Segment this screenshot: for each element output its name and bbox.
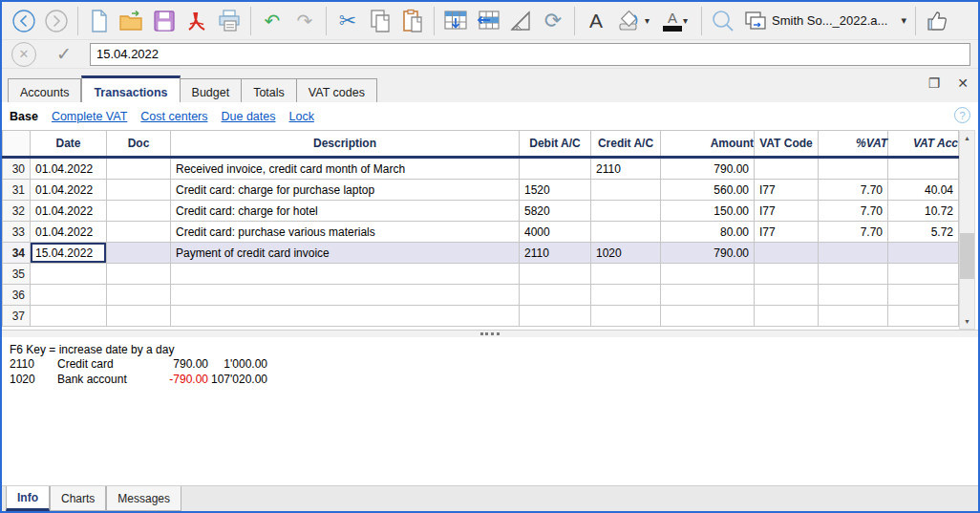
cell-vat_acc[interactable]: [888, 159, 959, 180]
cell-amount[interactable]: 560.00: [661, 180, 755, 201]
cell-vat_code[interactable]: [755, 243, 819, 264]
cell-pct_vat[interactable]: [819, 306, 888, 327]
cell-amount[interactable]: 790.00: [661, 159, 755, 180]
search-icon[interactable]: [707, 6, 739, 36]
cell-pct_vat[interactable]: [819, 285, 888, 306]
tab-accounts[interactable]: Accounts: [8, 78, 81, 102]
cell-pct_vat[interactable]: 7.70: [819, 201, 888, 222]
cell-debit[interactable]: [520, 159, 591, 180]
table-row[interactable]: 37: [2, 306, 959, 327]
file-switcher-dropdown[interactable]: Smith So..._2022.a... ▾: [739, 6, 910, 36]
back-icon[interactable]: [8, 6, 40, 36]
cell-amount[interactable]: 80.00: [661, 222, 755, 243]
column-header-description[interactable]: Description: [171, 131, 520, 156]
cell-credit[interactable]: [591, 306, 661, 327]
cell-debit[interactable]: [520, 285, 591, 306]
cut-icon[interactable]: ✂: [331, 6, 364, 36]
accept-entry-icon[interactable]: ✓: [50, 42, 78, 67]
cell-amount[interactable]: [661, 264, 755, 285]
forward-icon[interactable]: [40, 6, 73, 36]
cell-amount[interactable]: 790.00: [661, 243, 755, 264]
cell-date[interactable]: [31, 306, 107, 327]
font-color-icon[interactable]: A ▾: [654, 6, 696, 36]
cell-date[interactable]: 01.04.2022: [31, 201, 107, 222]
cell-vat_acc[interactable]: [888, 264, 959, 285]
cell-description[interactable]: [171, 264, 520, 285]
cell-credit[interactable]: [591, 180, 661, 201]
cell-debit[interactable]: [520, 264, 591, 285]
column-header-pct-vat[interactable]: %VAT: [819, 131, 888, 156]
table-row[interactable]: 3201.04.2022Credit card: charge for hote…: [2, 201, 959, 222]
dropdown-caret-icon[interactable]: ▾: [645, 15, 650, 26]
cell-pct_vat[interactable]: 7.70: [819, 180, 888, 201]
cell-amount[interactable]: [661, 285, 755, 306]
cell-date[interactable]: 15.04.2022: [31, 243, 107, 264]
cell-debit[interactable]: [520, 306, 591, 327]
column-header-credit[interactable]: Credit A/C: [591, 131, 661, 156]
cell-amount[interactable]: 150.00: [661, 201, 755, 222]
tab-info[interactable]: Info: [6, 486, 50, 511]
cell-vat_acc[interactable]: [888, 243, 959, 264]
table-row[interactable]: 36: [2, 285, 959, 306]
cell-vat_code[interactable]: [755, 285, 819, 306]
extract-rows-icon[interactable]: [472, 6, 504, 36]
font-icon[interactable]: A: [580, 6, 612, 36]
cell-doc[interactable]: [107, 264, 171, 285]
dropdown-caret-icon[interactable]: ▾: [683, 15, 688, 26]
copy-icon[interactable]: [364, 6, 396, 36]
help-icon[interactable]: ?: [954, 107, 970, 123]
cell-vat_code[interactable]: [755, 159, 819, 180]
cell-debit[interactable]: 4000: [520, 222, 591, 243]
tab-charts[interactable]: Charts: [50, 486, 106, 511]
cell-pct_vat[interactable]: 7.70: [819, 222, 888, 243]
cell-vat_acc[interactable]: 40.04: [888, 180, 959, 201]
pdf-icon[interactable]: [181, 6, 213, 36]
tab-totals[interactable]: Totals: [242, 78, 297, 102]
scrollbar-thumb[interactable]: [960, 233, 974, 279]
view-base-label[interactable]: Base: [10, 110, 38, 123]
close-window-icon[interactable]: ✕: [957, 76, 969, 90]
cell-description[interactable]: Credit card: charge for purchase laptop: [171, 180, 520, 201]
table-row[interactable]: 3001.04.2022Received invoice, credit car…: [2, 159, 959, 180]
paste-icon[interactable]: [396, 6, 429, 36]
cell-date[interactable]: 01.04.2022: [31, 222, 107, 243]
column-header-date[interactable]: Date: [31, 131, 107, 156]
cell-description[interactable]: Credit card: charge for hotel: [171, 201, 520, 222]
panel-splitter[interactable]: [2, 330, 978, 337]
cell-pct_vat[interactable]: [819, 159, 888, 180]
cell-credit[interactable]: 2110: [591, 159, 661, 180]
redo-icon[interactable]: ↷: [288, 6, 321, 36]
cell-vat_acc[interactable]: [888, 306, 959, 327]
cell-amount[interactable]: [661, 306, 755, 327]
cell-vat_code[interactable]: [755, 306, 819, 327]
vertical-scrollbar[interactable]: ▲ ▼: [959, 130, 975, 330]
scroll-up-icon[interactable]: ▲: [960, 131, 974, 145]
view-link-complete-vat[interactable]: Complete VAT: [52, 110, 127, 123]
refresh-icon[interactable]: ⟳: [537, 6, 569, 36]
thumbs-up-icon[interactable]: [921, 6, 953, 36]
cell-description[interactable]: Received invoice, credit card month of M…: [171, 159, 520, 180]
cell-credit[interactable]: [591, 285, 661, 306]
table-row[interactable]: 3301.04.2022Credit card: purchase variou…: [2, 222, 959, 243]
cell-edit-input[interactable]: [90, 43, 970, 66]
restore-window-icon[interactable]: ❐: [928, 76, 941, 90]
cell-description[interactable]: [171, 285, 520, 306]
cell-description[interactable]: Payment of credit card invoice: [171, 243, 520, 264]
view-link-cost-centers[interactable]: Cost centers: [140, 110, 207, 123]
column-header-vat-acc[interactable]: VAT Acc: [888, 131, 959, 156]
undo-icon[interactable]: ↶: [256, 6, 288, 36]
table-row[interactable]: 35: [2, 264, 959, 285]
cell-vat_acc[interactable]: [888, 285, 959, 306]
cell-credit[interactable]: [591, 264, 661, 285]
dropdown-caret-icon[interactable]: ▾: [901, 14, 906, 27]
cell-credit[interactable]: [591, 201, 661, 222]
cell-doc[interactable]: [107, 243, 171, 264]
cell-vat_code[interactable]: I77: [755, 180, 819, 201]
cell-date[interactable]: 01.04.2022: [31, 159, 107, 180]
cell-date[interactable]: [31, 264, 107, 285]
cell-vat_acc[interactable]: 5.72: [888, 222, 959, 243]
view-link-lock[interactable]: Lock: [288, 110, 313, 123]
cell-doc[interactable]: [107, 201, 171, 222]
cell-doc[interactable]: [107, 159, 171, 180]
cell-doc[interactable]: [107, 306, 171, 327]
